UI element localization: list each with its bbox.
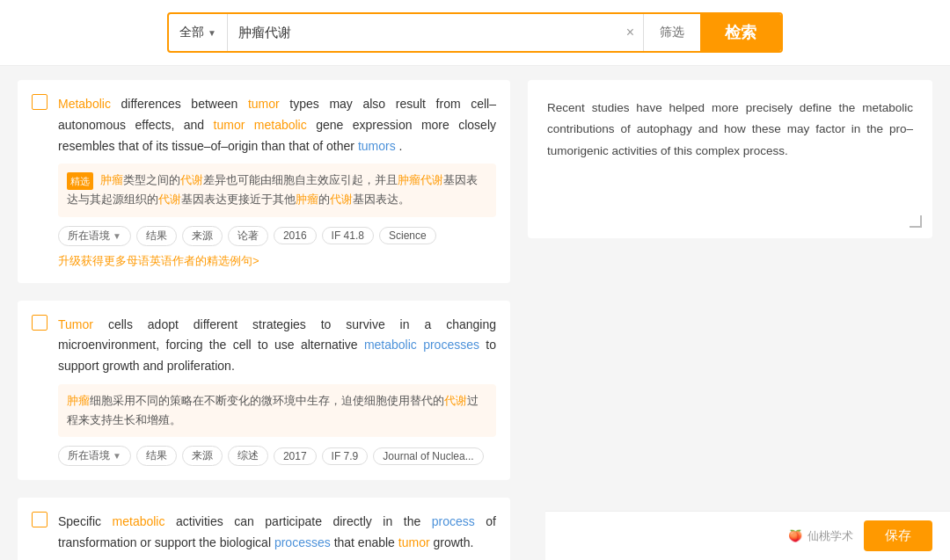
bottom-bar: 🍑 仙桃学术 保存 <box>545 511 950 560</box>
text-3e: growth. <box>433 535 473 549</box>
result-card-1: Metabolic differences between tumor type… <box>18 80 510 283</box>
tag-year-2: 2017 <box>274 447 317 465</box>
tag-source-2[interactable]: 来源 <box>182 446 223 466</box>
result-item-3: Specific metabolic activities can partic… <box>32 512 496 560</box>
word-processes-1: processes <box>274 535 331 549</box>
zdm-1: 肿瘤代谢 <box>398 173 443 186</box>
dm-4: 代谢 <box>444 394 467 407</box>
preview-card: Recent studies have helped more precisel… <box>528 80 932 238</box>
tag-source-1[interactable]: 来源 <box>182 226 223 246</box>
tag-year-1: 2016 <box>274 227 317 244</box>
category-dropdown[interactable]: 全部 ▼ <box>169 14 228 51</box>
results-panel: Metabolic differences between tumor type… <box>18 80 510 560</box>
word-metabolic-1: Metabolic <box>58 97 111 111</box>
text-1a: differences between <box>121 97 248 111</box>
top-bar: 全部 ▼ × 筛选 检索 <box>0 0 950 66</box>
search-input[interactable] <box>228 14 618 51</box>
watermark: 🍑 仙桃学术 <box>788 528 853 544</box>
main-content: Metabolic differences between tumor type… <box>0 66 950 560</box>
tag-context-2[interactable]: 所在语境 ▼ <box>58 446 131 466</box>
tag-context-1[interactable]: 所在语境 ▼ <box>58 226 131 246</box>
card-icon-1 <box>32 94 48 110</box>
tag-if-2: IF 7.9 <box>322 447 369 465</box>
search-container: 全部 ▼ × 筛选 检索 <box>167 12 783 53</box>
upgrade-link-1[interactable]: 升级获得更多母语英语作者的精选例句> <box>58 253 259 269</box>
tag-result-2[interactable]: 结果 <box>136 446 177 466</box>
result-item-2: Tumor cells adopt different strategies t… <box>32 315 496 467</box>
translation-1: 精选 肿瘤类型之间的代谢差异也可能由细胞自主效应引起，并且肿瘤代谢基因表达与其起… <box>58 164 496 216</box>
result-item-1: Metabolic differences between tumor type… <box>32 94 496 269</box>
word-tumor-2: tumor <box>214 118 245 132</box>
word-tumor-1: tumor <box>248 97 280 111</box>
text-3a: Specific <box>58 514 113 528</box>
watermark-icon: 🍑 <box>788 529 802 542</box>
right-panel: Recent studies have helped more precisel… <box>528 80 932 560</box>
tag-type-1[interactable]: 论著 <box>228 226 268 246</box>
tt-1e: 的 <box>318 193 330 206</box>
clear-icon[interactable]: × <box>618 14 643 51</box>
category-label: 全部 <box>179 25 204 40</box>
jingxuan-tag-1: 精选 <box>67 172 93 191</box>
tag-result-1[interactable]: 结果 <box>136 226 177 246</box>
dm-1: 代谢 <box>180 173 203 186</box>
tag-row-1: 所在语境 ▼ 结果 来源 论著 2016 IF 41.8 Science <box>58 226 496 246</box>
word-tumors-1: tumors <box>358 139 396 153</box>
tt-1f: 基因表达。 <box>353 193 410 206</box>
text-3d: that enable <box>334 535 398 549</box>
watermark-text: 仙桃学术 <box>808 528 853 544</box>
tz-3: 肿瘤 <box>67 394 90 407</box>
card-icon-3 <box>32 512 48 527</box>
tz-1: 肿瘤 <box>100 173 123 186</box>
preview-text: Recent studies have helped more precisel… <box>547 101 913 157</box>
filter-button[interactable]: 筛选 <box>643 14 700 51</box>
result-card-3: Specific metabolic activities can partic… <box>18 498 510 560</box>
result-body-1: Metabolic differences between tumor type… <box>58 94 496 269</box>
result-text-2: Tumor cells adopt different strategies t… <box>58 315 496 377</box>
result-text-1: Metabolic differences between tumor type… <box>58 94 496 156</box>
word-tumor-4: tumor <box>398 535 430 549</box>
tag-row-2: 所在语境 ▼ 结果 来源 综述 2017 IF 7.9 Journal of N… <box>58 446 496 466</box>
tt-2a: 细胞采用不同的策略在不断变化的微环境中生存，迫使细胞使用替代的 <box>90 394 444 407</box>
word-metabolic-processes: metabolic processes <box>364 338 479 352</box>
text-1e: . <box>399 139 403 153</box>
dm-2: 代谢 <box>158 193 181 206</box>
tt-1d: 基因表达更接近于其他 <box>181 193 296 206</box>
result-body-3: Specific metabolic activities can partic… <box>58 512 496 560</box>
tag-journal-2: Journal of Nuclea... <box>373 447 483 465</box>
card-icon-2 <box>32 315 48 331</box>
result-body-2: Tumor cells adopt different strategies t… <box>58 315 496 467</box>
tag-journal-1: Science <box>379 227 436 244</box>
search-button[interactable]: 检索 <box>700 14 781 51</box>
word-process-1: process <box>432 514 475 528</box>
word-metabolic-2: metabolic <box>254 118 307 132</box>
translation-2: 肿瘤细胞采用不同的策略在不断变化的微环境中生存，迫使细胞使用替代的代谢过程来支持… <box>58 384 496 437</box>
result-text-3: Specific metabolic activities can partic… <box>58 512 496 554</box>
word-metabolic-3: metabolic <box>113 514 165 528</box>
chevron-down-icon: ▼ <box>208 28 216 38</box>
word-tumor-3: Tumor <box>58 317 93 331</box>
save-button[interactable]: 保存 <box>864 520 932 551</box>
tz-2: 肿瘤 <box>296 193 318 206</box>
text-3b: activities can participate directly in t… <box>176 514 432 528</box>
dm-3: 代谢 <box>330 193 353 206</box>
tag-if-1: IF 41.8 <box>322 227 374 244</box>
tt-1a: 类型之间的 <box>123 173 180 186</box>
tag-type-2[interactable]: 综述 <box>228 446 268 466</box>
result-card-2: Tumor cells adopt different strategies t… <box>18 301 510 481</box>
tt-1b: 差异也可能由细胞自主效应引起，并且 <box>203 173 398 186</box>
